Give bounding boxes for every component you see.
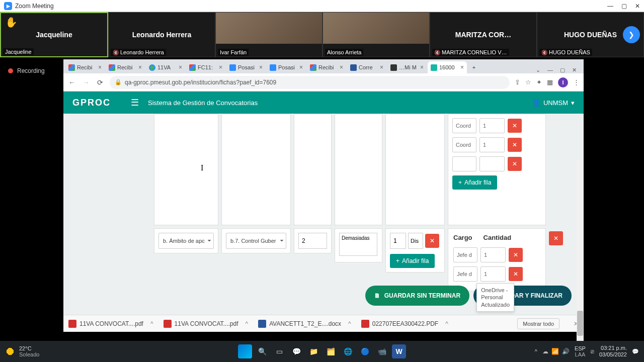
volume-tray-icon[interactable]: 🔊 xyxy=(562,348,570,355)
close-button[interactable]: ✕ xyxy=(635,3,640,10)
chrome-menu-button[interactable]: ⋮ xyxy=(573,78,580,86)
wifi-tray-icon[interactable]: 📶 xyxy=(551,348,559,355)
chevron-up-icon[interactable]: ^ xyxy=(246,320,249,327)
delete-row-button[interactable]: ✕ xyxy=(509,248,523,262)
delete-section-button[interactable]: ✕ xyxy=(549,231,563,245)
browser-tab[interactable]: Posasi× xyxy=(267,61,306,73)
browser-tab[interactable]: Recibi× xyxy=(106,61,145,73)
tab-close-icon[interactable]: × xyxy=(299,64,303,71)
tab-close-icon[interactable]: × xyxy=(219,64,222,71)
cargo-input[interactable] xyxy=(452,118,476,133)
word-taskbar-icon[interactable]: W xyxy=(392,344,406,358)
browser-tab[interactable]: FC11:× xyxy=(186,61,225,73)
maximize-button[interactable]: ▢ xyxy=(621,3,627,10)
gallery-next-button[interactable]: ❯ xyxy=(623,26,640,43)
download-item[interactable]: AVANCETT1_T2_E....docx^ xyxy=(258,320,351,328)
gproc-logo[interactable]: GPROC xyxy=(72,98,111,108)
file-explorer-icon[interactable]: 🗂️ xyxy=(324,344,338,358)
participant-tile[interactable]: ✋ Jacqueline Jacqueline xyxy=(0,12,108,57)
language-indicator[interactable]: ESP LAA xyxy=(575,345,586,357)
clock[interactable]: 03:21 p.m. 03/05/2022 xyxy=(599,345,627,358)
scrollbar-thumb[interactable] xyxy=(577,311,583,336)
edge-icon[interactable]: 🌐 xyxy=(341,344,355,358)
cargo-input[interactable] xyxy=(452,137,476,152)
show-all-downloads-button[interactable]: Mostrar todo xyxy=(517,318,559,329)
chrome-minimize-button[interactable]: — xyxy=(547,67,553,73)
quantity-spinner[interactable] xyxy=(390,233,406,249)
onedrive-tray-icon[interactable]: ☁ xyxy=(542,348,548,355)
description-textarea[interactable]: Demasiadas xyxy=(339,233,377,256)
cantidad-input[interactable] xyxy=(480,266,506,282)
add-row-button[interactable]: +Añadir fila xyxy=(390,254,435,268)
chrome-icon[interactable]: 🔵 xyxy=(358,344,372,358)
tab-close-icon[interactable]: × xyxy=(460,64,464,71)
dis-input[interactable] xyxy=(408,233,423,249)
search-button[interactable]: 🔍 xyxy=(255,344,269,358)
share-icon[interactable]: ⇪ xyxy=(515,78,520,86)
cargo-input[interactable] xyxy=(453,266,477,282)
participant-tile[interactable]: Leonardo Herrera 🔇Leonardo Herrera xyxy=(108,12,215,57)
bookmark-icon[interactable]: ☆ xyxy=(525,78,531,86)
browser-tab[interactable]: Recibi× xyxy=(65,61,105,73)
chrome-dropdown-icon[interactable]: ⌄ xyxy=(536,67,540,73)
tab-close-icon[interactable]: × xyxy=(259,64,263,71)
ambito-select[interactable]: b. Ámbito de apo xyxy=(158,233,214,249)
tab-close-icon[interactable]: × xyxy=(98,64,102,71)
delete-row-button[interactable]: ✕ xyxy=(425,234,439,248)
chrome-maximize-button[interactable]: ▢ xyxy=(560,67,565,73)
puzzle-icon[interactable]: ▦ xyxy=(547,78,553,86)
control-select[interactable]: b.7. Control Guber xyxy=(226,233,286,249)
hamburger-menu-icon[interactable]: ☰ xyxy=(131,97,139,108)
back-button[interactable]: ← xyxy=(67,78,76,86)
number-input[interactable] xyxy=(298,233,327,249)
profile-avatar[interactable]: I xyxy=(558,77,568,87)
chevron-up-icon[interactable]: ^ xyxy=(445,320,448,327)
reload-button[interactable]: ⟳ xyxy=(96,78,105,86)
browser-tab[interactable]: Posasi× xyxy=(226,61,266,73)
browser-tab[interactable]: Corre× xyxy=(347,61,386,73)
participant-tile[interactable]: MARITZA COR… 🔇MARITZA CORNELIO V… xyxy=(430,12,537,57)
participant-tile[interactable]: Ivar Farfán xyxy=(215,12,323,57)
zoom-taskbar-icon[interactable]: 📹 xyxy=(375,344,389,358)
browser-tab[interactable]: Recibi× xyxy=(307,61,346,73)
tab-close-icon[interactable]: × xyxy=(340,64,343,71)
start-button[interactable] xyxy=(238,344,252,358)
participant-tile[interactable]: Alonso Arrieta xyxy=(323,12,430,57)
tab-close-icon[interactable]: × xyxy=(420,64,424,71)
browser-tab-active[interactable]: 16000× xyxy=(428,61,467,73)
tray-chevron-icon[interactable]: ^ xyxy=(535,348,537,354)
add-row-button[interactable]: +Añadir fila xyxy=(452,175,497,190)
taskbar-app-icon[interactable]: 📁 xyxy=(306,344,320,358)
download-item[interactable]: 11VA CONVOCAT....pdf^ xyxy=(68,320,153,328)
forward-button[interactable]: → xyxy=(82,78,91,86)
minimize-button[interactable]: — xyxy=(607,3,613,10)
delete-row-button[interactable]: ✕ xyxy=(508,138,522,152)
cargo-input[interactable] xyxy=(453,247,477,262)
browser-tab[interactable]: …Mi M× xyxy=(387,61,427,73)
tray-icon[interactable]: ⎚ xyxy=(591,348,594,354)
chevron-up-icon[interactable]: ^ xyxy=(348,320,351,327)
address-bar[interactable]: 🔒 qa-gproc.pmesut.gob.pe/institucion/fic… xyxy=(110,76,510,89)
scrollbar-track[interactable] xyxy=(577,160,584,361)
delete-row-button[interactable]: ✕ xyxy=(508,157,522,171)
cantidad-input[interactable] xyxy=(480,247,506,262)
download-item[interactable]: 11VA CONVOCAT....pdf^ xyxy=(164,320,249,328)
cantidad-input[interactable] xyxy=(479,118,505,133)
delete-row-button[interactable]: ✕ xyxy=(509,267,523,281)
chevron-up-icon[interactable]: ^ xyxy=(150,320,153,327)
download-item[interactable]: 022707EEA300422.PDF^ xyxy=(361,320,448,328)
taskbar-app-icon[interactable]: 💬 xyxy=(289,344,303,358)
notifications-icon[interactable]: 💬 xyxy=(632,348,639,355)
new-tab-button[interactable]: + xyxy=(468,61,480,73)
task-view-button[interactable]: ▭ xyxy=(272,344,286,358)
user-menu[interactable]: 👤 UNMSM ▾ xyxy=(532,99,575,107)
extensions-icon[interactable]: ✦ xyxy=(536,78,542,86)
tab-close-icon[interactable]: × xyxy=(179,64,182,71)
delete-row-button[interactable]: ✕ xyxy=(508,119,522,133)
cantidad-input[interactable] xyxy=(479,156,505,171)
weather-widget[interactable]: 22°C Soleado xyxy=(5,345,39,357)
chrome-close-button[interactable]: ✕ xyxy=(572,67,577,73)
save-draft-button[interactable]: 🗎GUARDAR SIN TERMINAR xyxy=(365,286,469,306)
cantidad-input[interactable] xyxy=(479,137,505,152)
tab-close-icon[interactable]: × xyxy=(380,64,383,71)
